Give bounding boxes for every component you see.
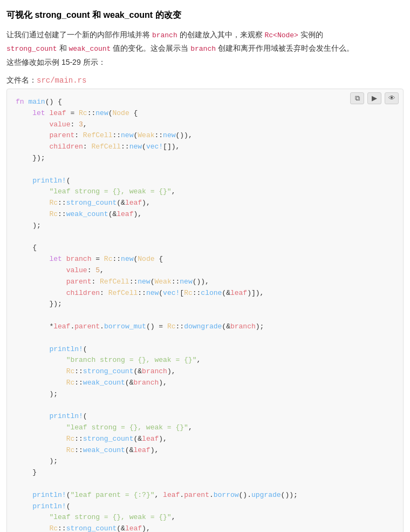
eye-button[interactable]: 👁: [385, 92, 399, 104]
inline-code-branch2: branch: [190, 45, 216, 53]
copy-button[interactable]: ⧉: [350, 92, 364, 104]
file-path: src/main.rs: [37, 76, 86, 85]
run-button[interactable]: ▶: [367, 92, 381, 104]
code-content: fn main() { let leaf = Rc::new(Node { va…: [7, 89, 403, 532]
file-name-label: 文件名：src/main.rs: [6, 76, 404, 85]
code-toolbar: ⧉ ▶ 👁: [350, 92, 399, 104]
code-block-wrapper: ⧉ ▶ 👁 fn main() { let leaf = Rc::new(Nod…: [6, 89, 404, 532]
page-wrapper: 可视化 strong_count 和 weak_count 的改变 让我们通过创…: [0, 0, 410, 532]
inline-code-rc: Rc<Node>: [264, 31, 298, 39]
page-title: 可视化 strong_count 和 weak_count 的改变: [6, 9, 404, 22]
inline-code-strong: strong_count: [6, 45, 57, 53]
inline-code-branch1: branch: [152, 31, 177, 39]
description: 让我们通过创建了一个新的内部作用域并将 branch 的创建放入其中，来观察 R…: [6, 28, 404, 69]
inline-code-weak: weak_count: [69, 45, 111, 53]
